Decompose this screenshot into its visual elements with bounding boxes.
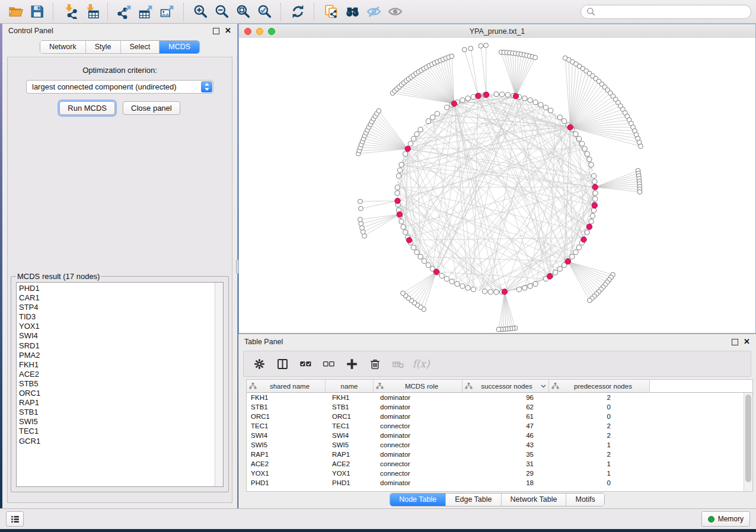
cell: 1 <box>549 441 650 448</box>
mcds-result-item[interactable]: FKH1 <box>19 360 223 370</box>
mcds-result-item[interactable]: PHD1 <box>19 284 223 293</box>
table-row[interactable]: SWI5SWI5connector431 <box>247 440 752 450</box>
zoom-selected-icon[interactable] <box>254 2 275 21</box>
table-scrollbar[interactable] <box>744 393 752 491</box>
float-panel-icon[interactable] <box>213 28 219 34</box>
window-minimize-icon[interactable] <box>256 28 263 35</box>
cell: 1 <box>549 460 650 467</box>
mcds-result-item[interactable]: YOX1 <box>19 322 223 331</box>
window-zoom-icon[interactable] <box>268 28 275 35</box>
float-table-panel-icon[interactable] <box>732 339 738 345</box>
mcds-result-item[interactable]: CAR1 <box>19 293 223 303</box>
tab-edge-table[interactable]: Edge Table <box>446 493 501 506</box>
cell: 2 <box>549 432 650 439</box>
table-row[interactable]: STB1STB1dominator620 <box>247 402 752 412</box>
function-builder-icon[interactable]: f(x) <box>414 357 428 371</box>
mcds-result-item[interactable]: TID3 <box>19 312 223 322</box>
cell: 2 <box>549 422 650 430</box>
add-column-icon[interactable] <box>344 357 359 371</box>
export-table-icon[interactable] <box>135 2 157 21</box>
open-file-icon[interactable] <box>5 2 26 21</box>
mcds-result-item[interactable]: SWI4 <box>19 331 223 341</box>
cell: YOX1 <box>326 470 374 477</box>
table-row[interactable]: TEC1TEC1connector472 <box>247 421 752 431</box>
mcds-result-group: MCDS result (17 nodes) PHD1CAR1STP4TID3Y… <box>11 272 229 492</box>
tab-network[interactable]: Network <box>40 41 86 53</box>
mcds-result-item[interactable]: ACE2 <box>19 370 223 379</box>
cell: SWI4 <box>326 432 374 439</box>
column-header-shared-name[interactable]: shared name <box>247 380 326 392</box>
zoom-in-icon[interactable] <box>190 2 211 21</box>
mcds-result-item[interactable]: STB1 <box>19 408 223 417</box>
first-neighbors-icon[interactable] <box>342 2 363 21</box>
table-row[interactable]: ACE2ACE2connector311 <box>247 459 752 469</box>
column-header-name[interactable]: name <box>326 380 374 392</box>
clone-network-icon[interactable] <box>320 2 342 21</box>
table-row[interactable]: ORC1ORC1dominator610 <box>247 412 752 421</box>
export-network-icon[interactable] <box>114 2 135 21</box>
delete-columns-icon[interactable] <box>368 357 382 371</box>
hide-selected-icon[interactable] <box>363 2 384 21</box>
cell: TEC1 <box>247 422 326 430</box>
table-options-icon[interactable] <box>252 357 266 371</box>
network-window-titlebar[interactable]: YPA_prune.txt_1 <box>239 24 755 39</box>
column-header-MCDS-role[interactable]: MCDS role <box>374 380 462 392</box>
desktop: Control Panel ✕ NetworkStyleSelectMCDS O… <box>0 0 756 532</box>
zoom-fit-icon[interactable] <box>232 2 254 21</box>
column-header-predecessor-nodes[interactable]: predecessor nodes <box>549 380 650 392</box>
table-row[interactable]: FKH1FKH1dominator962 <box>247 393 752 402</box>
toolbar-separator <box>314 3 315 21</box>
task-history-button[interactable] <box>6 511 24 527</box>
mcds-result-item[interactable]: STB5 <box>19 379 223 389</box>
table-row[interactable]: YOX1YOX1connector291 <box>247 469 752 478</box>
mcds-result-item[interactable]: GCR1 <box>19 437 223 446</box>
cell: 43 <box>462 441 549 448</box>
tab-node-table[interactable]: Node Table <box>390 493 446 506</box>
mcds-result-item[interactable]: ORC1 <box>19 389 223 398</box>
cell: FKH1 <box>247 394 326 401</box>
run-mcds-button[interactable]: Run MCDS <box>59 101 115 115</box>
close-panel-icon[interactable]: ✕ <box>225 28 231 34</box>
deselect-all-icon[interactable] <box>321 357 336 371</box>
mcds-result-item[interactable]: PMA2 <box>19 351 223 360</box>
mcds-result-item[interactable]: RAP1 <box>19 398 223 408</box>
close-panel-button[interactable]: Close panel <box>123 101 180 115</box>
show-all-icon[interactable] <box>384 2 406 21</box>
criterion-select[interactable]: largest connected component (undirected) <box>26 80 213 94</box>
cell: 61 <box>462 413 549 420</box>
show-columns-icon[interactable] <box>275 357 289 371</box>
table-row[interactable]: SWI4SWI4dominator462 <box>247 431 752 440</box>
cell: connector <box>374 441 462 448</box>
table-scrollbar-thumb[interactable] <box>745 395 751 482</box>
cell: 2 <box>549 394 650 401</box>
mcds-result-item[interactable]: SRD1 <box>19 341 223 351</box>
mcds-result-listbox[interactable]: PHD1CAR1STP4TID3YOX1SWI4SRD1PMA2FKH1ACE2… <box>16 282 224 487</box>
column-header-successor-nodes[interactable]: successor nodes <box>462 380 549 392</box>
memory-button[interactable]: Memory <box>701 511 750 527</box>
close-table-panel-icon[interactable]: ✕ <box>744 339 750 345</box>
import-network-icon[interactable] <box>59 2 81 21</box>
tab-style[interactable]: Style <box>86 41 121 53</box>
tab-motifs[interactable]: Motifs <box>566 493 604 506</box>
export-image-icon[interactable] <box>157 2 178 21</box>
tab-mcds[interactable]: MCDS <box>160 41 199 53</box>
window-close-icon[interactable] <box>244 28 251 35</box>
mcds-result-item[interactable]: STP4 <box>19 303 223 312</box>
cell: SWI4 <box>247 432 326 439</box>
mcds-result-item[interactable]: SWI5 <box>19 417 223 427</box>
tab-network-table[interactable]: Network Table <box>502 493 567 506</box>
network-canvas[interactable] <box>239 38 755 333</box>
refresh-network-icon[interactable] <box>287 2 308 21</box>
search-input[interactable] <box>580 5 751 19</box>
mcds-result-item[interactable]: TEC1 <box>19 427 223 436</box>
zoom-out-icon[interactable] <box>211 2 232 21</box>
mcds-list-scrollbar[interactable] <box>215 283 223 486</box>
tab-select[interactable]: Select <box>121 41 160 53</box>
status-bar: Memory <box>0 508 756 529</box>
table-row[interactable]: RAP1RAP1dominator352 <box>247 450 752 459</box>
select-all-icon[interactable] <box>298 357 312 371</box>
delete-table-icon[interactable] <box>391 357 405 371</box>
save-session-icon[interactable] <box>26 2 47 21</box>
table-row[interactable]: PHD1PHD1dominator180 <box>247 478 752 488</box>
import-table-icon[interactable] <box>81 2 102 21</box>
